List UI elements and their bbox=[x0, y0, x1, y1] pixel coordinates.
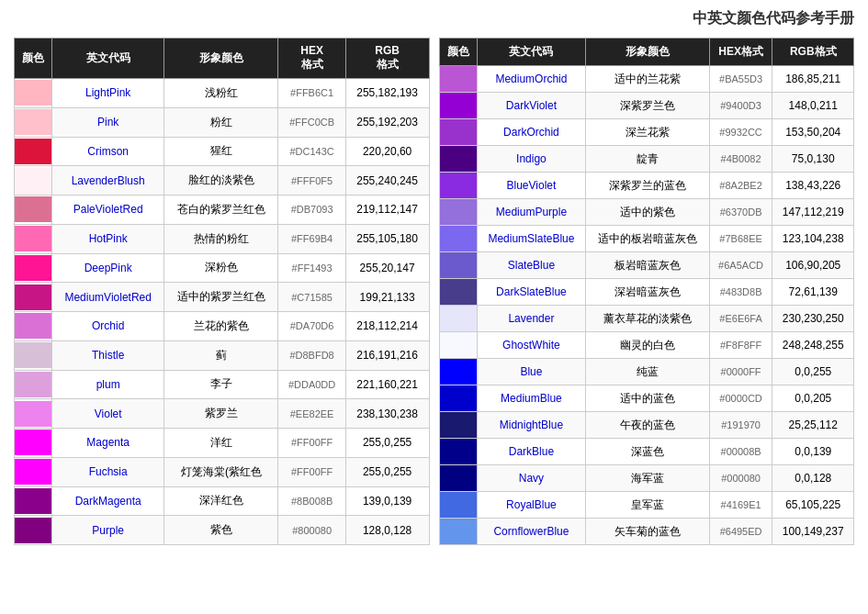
table-row: DarkViolet 深紫罗兰色 #9400D3 148,0,211 bbox=[439, 93, 854, 119]
table-row: Thistle 蓟 #D8BFD8 216,191,216 bbox=[15, 340, 430, 370]
color-chinese: 紫色 bbox=[164, 516, 278, 545]
color-rgb: 216,191,216 bbox=[345, 340, 429, 370]
table-row: DarkOrchid 深兰花紫 #9932CC 153,50,204 bbox=[439, 119, 854, 146]
color-hex: #BA55D3 bbox=[709, 66, 772, 93]
table-row: LightPink 浅粉红 #FFB6C1 255,182,193 bbox=[15, 79, 430, 108]
color-name: SlateBlue bbox=[477, 252, 586, 279]
color-name: BlueViolet bbox=[477, 173, 586, 199]
table-row: Lavender 薰衣草花的淡紫色 #E6E6FA 230,230,250 bbox=[439, 306, 854, 332]
color-hex: #6A5ACD bbox=[709, 252, 772, 279]
color-swatch bbox=[440, 465, 477, 491]
color-chinese: 适中的板岩暗蓝灰色 bbox=[586, 226, 709, 252]
color-swatch-cell bbox=[15, 195, 52, 225]
color-name: DarkMagenta bbox=[52, 486, 164, 516]
color-hex: #8B008B bbox=[278, 486, 345, 516]
table-row: Navy 海军蓝 #000080 0,0,128 bbox=[439, 465, 854, 492]
color-swatch bbox=[440, 385, 477, 411]
color-name: DarkBlue bbox=[477, 439, 586, 465]
color-chinese: 深紫罗兰的蓝色 bbox=[586, 173, 709, 199]
color-swatch-cell bbox=[15, 516, 52, 545]
table-row: Crimson 猩红 #DC143C 220,20,60 bbox=[15, 137, 430, 166]
color-chinese: 适中的紫罗兰红色 bbox=[164, 283, 278, 312]
color-swatch bbox=[15, 430, 51, 455]
color-rgb: 75,0,130 bbox=[772, 146, 854, 173]
color-hex: #FF1493 bbox=[278, 253, 345, 283]
color-swatch bbox=[440, 93, 477, 118]
color-hex: #F8F8FF bbox=[709, 332, 772, 359]
color-swatch-cell bbox=[439, 252, 477, 279]
color-swatch bbox=[440, 492, 477, 518]
color-swatch bbox=[15, 488, 51, 514]
table-row: Pink 粉红 #FFC0CB 255,192,203 bbox=[15, 107, 430, 137]
color-chinese: 板岩暗蓝灰色 bbox=[586, 252, 709, 279]
color-name: MediumBlue bbox=[477, 385, 586, 412]
color-rgb: 199,21,133 bbox=[345, 283, 429, 312]
color-hex: #0000FF bbox=[709, 359, 772, 385]
right-header-rgb: RGB格式 bbox=[772, 39, 854, 66]
color-swatch-cell bbox=[15, 166, 52, 195]
color-swatch-cell bbox=[15, 370, 52, 399]
color-chinese: 粉红 bbox=[164, 107, 278, 137]
color-chinese: 蓟 bbox=[164, 340, 278, 370]
color-swatch bbox=[440, 199, 477, 225]
table-row: Indigo 靛青 #4B0082 75,0,130 bbox=[439, 146, 854, 173]
color-swatch-cell bbox=[439, 173, 477, 199]
color-name: DarkSlateBlue bbox=[477, 279, 586, 306]
table-row: Violet 紫罗兰 #EE82EE 238,130,238 bbox=[15, 399, 430, 429]
color-rgb: 139,0,139 bbox=[345, 486, 429, 516]
color-rgb: 25,25,112 bbox=[772, 412, 854, 439]
color-name: HotPink bbox=[52, 224, 164, 253]
color-chinese: 适中的蓝色 bbox=[586, 385, 709, 412]
color-name: MediumOrchid bbox=[477, 66, 586, 93]
color-swatch-cell bbox=[15, 253, 52, 283]
color-swatch-cell bbox=[439, 119, 477, 146]
color-rgb: 138,43,226 bbox=[772, 173, 854, 199]
right-header-chinese: 形象颜色 bbox=[586, 39, 709, 66]
color-swatch-cell bbox=[15, 137, 52, 166]
color-swatch bbox=[15, 196, 51, 222]
color-swatch bbox=[440, 279, 477, 305]
color-swatch bbox=[15, 518, 51, 543]
color-chinese: 午夜的蓝色 bbox=[586, 412, 709, 439]
color-swatch bbox=[15, 401, 51, 427]
color-rgb: 255,105,180 bbox=[345, 224, 429, 253]
color-name: MediumSlateBlue bbox=[477, 226, 586, 252]
color-swatch-cell bbox=[439, 306, 477, 332]
color-rgb: 255,240,245 bbox=[345, 166, 429, 195]
color-chinese: 灯笼海棠(紫红色 bbox=[164, 457, 278, 486]
color-chinese: 皇军蓝 bbox=[586, 492, 709, 519]
color-swatch bbox=[440, 119, 477, 145]
color-name: RoyalBlue bbox=[477, 492, 586, 519]
color-name: LightPink bbox=[52, 79, 164, 108]
color-rgb: 220,20,60 bbox=[345, 137, 429, 166]
color-swatch-cell bbox=[15, 79, 52, 108]
color-hex: #9400D3 bbox=[709, 93, 772, 119]
color-hex: #DA70D6 bbox=[278, 312, 345, 341]
table-row: HotPink 热情的粉红 #FF69B4 255,105,180 bbox=[15, 224, 430, 253]
color-chinese: 李子 bbox=[164, 370, 278, 399]
color-chinese: 浅粉红 bbox=[164, 79, 278, 108]
color-swatch-cell bbox=[439, 279, 477, 306]
color-rgb: 248,248,255 bbox=[772, 332, 854, 359]
color-name: PaleVioletRed bbox=[52, 195, 164, 225]
table-row: plum 李子 #DDA0DD 221,160,221 bbox=[15, 370, 430, 399]
table-row: CornflowerBlue 矢车菊的蓝色 #6495ED 100,149,23… bbox=[439, 519, 854, 545]
color-swatch-cell bbox=[439, 332, 477, 359]
color-swatch bbox=[440, 306, 477, 331]
color-swatch bbox=[15, 372, 51, 397]
color-hex: #FF00FF bbox=[278, 457, 345, 486]
color-name: MidnightBlue bbox=[477, 412, 586, 439]
color-hex: #0000CD bbox=[709, 385, 772, 412]
color-chinese: 深洋红色 bbox=[164, 486, 278, 516]
color-chinese: 适中的兰花紫 bbox=[586, 66, 709, 93]
color-name: Magenta bbox=[52, 429, 164, 458]
color-swatch-cell bbox=[15, 429, 52, 458]
table-row: MediumVioletRed 适中的紫罗兰红色 #C71585 199,21,… bbox=[15, 283, 430, 312]
color-swatch bbox=[15, 139, 51, 164]
color-swatch-cell bbox=[15, 224, 52, 253]
color-name: GhostWhite bbox=[477, 332, 586, 359]
color-rgb: 65,105,225 bbox=[772, 492, 854, 519]
color-swatch-cell bbox=[439, 226, 477, 252]
right-header-hex: HEX格式 bbox=[709, 39, 772, 66]
color-name: plum bbox=[52, 370, 164, 399]
